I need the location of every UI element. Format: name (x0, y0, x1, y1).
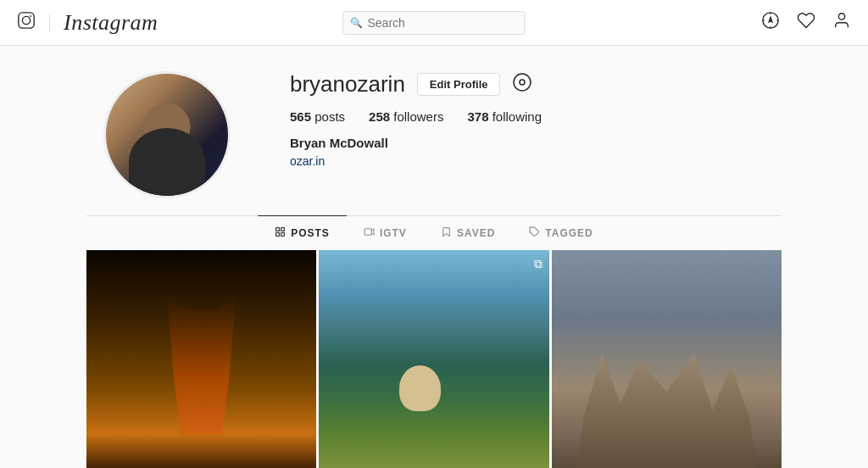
tabs-section: POSTS IGTV SAVED TAGGED (86, 215, 782, 250)
posts-tab-label: POSTS (291, 227, 330, 239)
saved-tab-label: SAVED (457, 227, 495, 239)
header-logo: Instagram (17, 10, 158, 36)
svg-rect-12 (276, 228, 280, 231)
heart-icon[interactable] (797, 11, 815, 35)
svg-rect-14 (276, 233, 280, 237)
tab-saved[interactable]: SAVED (424, 215, 512, 250)
photo-2: ⧉ (319, 250, 548, 468)
followers-stat[interactable]: 258 followers (369, 109, 443, 124)
tab-posts[interactable]: POSTS (258, 215, 347, 250)
svg-rect-16 (364, 229, 371, 236)
grid-item-1[interactable] (86, 250, 316, 468)
following-stat[interactable]: 378 following (467, 109, 542, 124)
avatar-image (106, 74, 228, 196)
posts-tab-icon (275, 226, 286, 240)
posts-stat[interactable]: 565 posts (290, 109, 345, 124)
svg-point-10 (514, 74, 531, 91)
search-icon: 🔍 (350, 17, 363, 29)
full-name: Bryan McDowall (290, 136, 542, 150)
header-nav (761, 11, 851, 35)
profile-section: bryanozarin Edit Profile 565 posts 258 f… (86, 71, 782, 198)
tagged-tab-label: TAGGED (545, 227, 593, 239)
edit-profile-button[interactable]: Edit Profile (417, 73, 501, 96)
svg-point-1 (22, 16, 30, 24)
compass-icon[interactable] (761, 11, 780, 35)
profile-info: bryanozarin Edit Profile 565 posts 258 f… (290, 71, 542, 169)
tab-igtv[interactable]: IGTV (347, 215, 424, 250)
svg-point-11 (520, 80, 525, 85)
search-input[interactable] (343, 11, 526, 35)
instagram-camera-icon (17, 11, 36, 34)
settings-icon[interactable] (512, 72, 532, 98)
header: Instagram 🔍 (0, 0, 868, 46)
tab-tagged[interactable]: TAGGED (512, 215, 609, 250)
photo-1 (86, 250, 316, 468)
avatar (103, 71, 231, 198)
svg-marker-8 (769, 17, 772, 21)
website-link[interactable]: ozar.in (290, 154, 325, 168)
grid-item-3[interactable] (552, 250, 782, 468)
svg-point-2 (30, 15, 31, 17)
photo-3 (552, 250, 782, 468)
svg-point-9 (838, 13, 844, 19)
svg-rect-0 (19, 13, 34, 28)
profile-stats: 565 posts 258 followers 378 following (290, 109, 542, 124)
username: bryanozarin (290, 71, 405, 98)
photo-grid: ⧉ ⧉ (86, 250, 782, 468)
saved-tab-icon (441, 226, 452, 240)
profile-icon[interactable] (832, 11, 851, 35)
multi-photo-icon: ⧉ (534, 257, 542, 271)
profile-top-row: bryanozarin Edit Profile (290, 71, 542, 98)
grid-item-2[interactable]: ⧉ (319, 250, 548, 468)
tagged-tab-icon (529, 226, 540, 240)
igtv-tab-label: IGTV (380, 227, 407, 239)
logo-divider (49, 14, 50, 32)
svg-rect-13 (281, 228, 285, 231)
search-area: 🔍 (343, 11, 526, 35)
igtv-tab-icon (364, 226, 375, 240)
instagram-wordmark: Instagram (64, 10, 158, 36)
svg-rect-15 (281, 233, 285, 237)
